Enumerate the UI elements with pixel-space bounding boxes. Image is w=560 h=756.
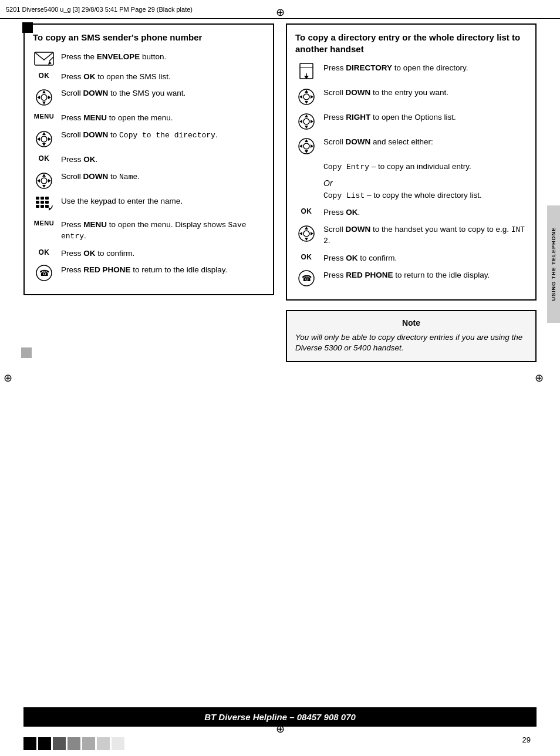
instr-row: Scroll DOWN to the SMS you want. [33,88,265,107]
svg-marker-59 [299,232,302,235]
svg-marker-54 [311,144,313,148]
svg-line-1 [49,57,53,61]
step1-text: Press the ENVELOPE button. [61,52,265,63]
menu-icon: MENU [33,113,55,120]
footer-text: BT Diverse Helpline – 08457 908 070 [204,712,356,722]
step2-text: Press OK to open the SMS list. [61,72,265,83]
note-title: Note [295,318,527,328]
svg-marker-57 [305,227,308,230]
instr-row: Press the ENVELOPE button. [33,52,265,66]
gray-sq-5 [112,737,124,750]
menu-label: MENU [34,220,54,227]
svg-point-50 [303,143,309,149]
svg-rect-21 [36,197,39,200]
svg-point-44 [303,119,309,124]
r-step9-text: Press OK to confirm. [323,253,527,264]
instr-row: Scroll DOWN to Name. [33,171,265,190]
svg-marker-53 [299,144,302,148]
svg-point-4 [41,95,47,100]
step8-text: Use the keypad to enter the name. [61,196,265,207]
svg-marker-13 [37,137,40,141]
svg-marker-30 [49,207,51,211]
svg-marker-45 [305,114,308,117]
svg-marker-11 [42,132,46,135]
svg-rect-28 [41,205,44,208]
instr-row: OK Press OK to confirm. [33,248,265,259]
ok-icon: OK [33,248,55,256]
left-gray-sq [21,347,32,358]
svg-marker-8 [48,96,51,99]
black-sq-2 [38,737,51,750]
scroll-icon [295,137,318,156]
scroll-icon [295,87,318,106]
r-step2-text: Scroll DOWN to the entry you want. [323,87,527,99]
page-number: 29 [522,735,531,744]
right-column: To copy a directory entry or the whole d… [286,23,537,703]
svg-point-16 [41,178,47,184]
side-tab-text: USING THE TELEPHONE [551,227,556,301]
svg-marker-20 [48,179,51,183]
r-step5-text: Copy Entry – to copy an individual entry… [323,161,527,173]
svg-rect-22 [41,197,44,200]
svg-marker-6 [42,102,46,104]
gray-sq-3 [82,737,95,750]
r-step10-text: Press RED PHONE to return to the idle di… [323,270,527,281]
svg-marker-51 [305,139,308,142]
svg-marker-48 [311,120,313,123]
svg-marker-17 [42,174,46,177]
svg-marker-12 [42,143,46,146]
header-text: 5201 Diverse5400 u_g [3] 29/8/03 5:41 PM… [6,6,193,13]
instr-row: MENU Press MENU to open the menu. Displa… [33,220,265,242]
step11-text: Press RED PHONE to return to the idle di… [61,265,265,276]
top-left-black-sq [22,22,33,33]
svg-marker-18 [42,185,46,188]
instr-row: Scroll DOWN to the handset you want to c… [295,224,527,247]
ok-label: OK [39,72,50,80]
svg-rect-23 [45,197,49,200]
svg-marker-58 [305,238,308,241]
step6-text: Press OK. [61,154,265,166]
reg-mark-right: ⊕ [535,372,544,384]
svg-marker-60 [311,232,313,235]
gray-sq-1 [53,737,66,750]
r-step4-text: Scroll DOWN and select either: [323,137,527,148]
svg-rect-29 [45,205,49,208]
instr-row: OK Press OK. [295,207,527,218]
left-section-title: To copy an SMS sender's phone number [33,32,265,43]
keypad-icon [33,196,55,214]
ok-icon: OK [295,207,318,215]
step3-text: Scroll DOWN to the SMS you want. [61,88,265,99]
instr-row: MENU Press MENU to open the menu. [33,113,265,124]
svg-marker-47 [299,120,302,123]
gray-sq-4 [97,737,110,750]
instr-row: OK Press OK. [33,154,265,166]
svg-marker-52 [305,150,308,153]
step7-text: Scroll DOWN to Name. [61,171,265,183]
right-section-box: To copy a directory entry or the whole d… [286,23,537,301]
ok-icon: OK [33,154,55,163]
main-content: To copy an SMS sender's phone number Pre… [23,23,537,703]
r-step7-text: Press OK. [323,207,527,218]
note-box: Note You will only be able to copy direc… [286,310,537,363]
or-divider: Or [295,178,527,188]
svg-marker-7 [37,96,40,99]
r-step6-text: Copy List – to copy the whole directory … [323,190,527,201]
instr-row: OK Press OK to confirm. [295,253,527,264]
scroll-icon [33,171,55,190]
r-step3-text: Press RIGHT to open the Options list. [323,112,527,123]
svg-marker-42 [311,95,313,99]
red-phone-icon: ☎ [295,270,318,286]
r-step8-text: Scroll DOWN to the handset you want to c… [323,224,527,247]
instr-row: Press DIRECTORY to open the directory. [295,63,527,82]
instr-row: OK Press OK to open the SMS list. [33,72,265,83]
ok-icon: OK [295,253,318,261]
note-text: You will only be able to copy directory … [295,332,527,355]
scroll-icon [295,112,318,131]
instr-row: Scroll DOWN to the entry you want. [295,87,527,106]
step9-text: Press MENU to open the menu. Display sho… [61,220,265,242]
svg-marker-14 [48,137,51,141]
step4-text: Press MENU to open the menu. [61,113,265,124]
side-tab: USING THE TELEPHONE [547,205,560,323]
svg-marker-2 [48,61,52,65]
menu-icon: MENU [33,220,55,227]
